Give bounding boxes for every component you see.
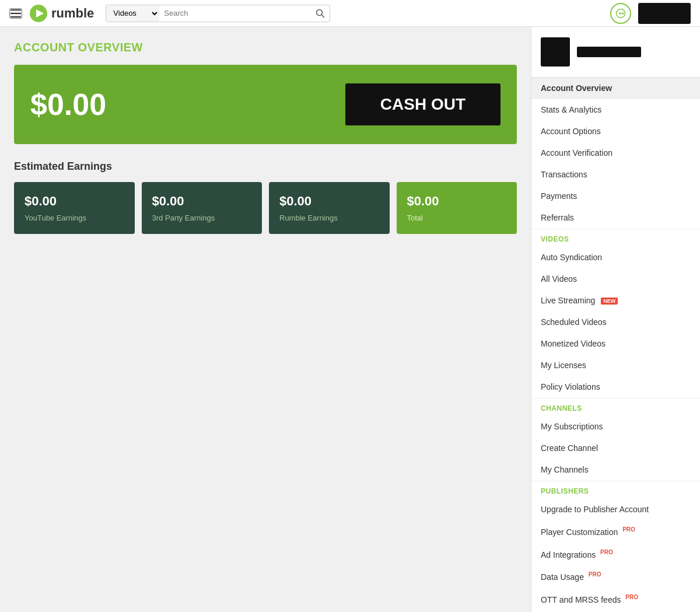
- balance-card: $0.00 CASH OUT: [14, 65, 517, 144]
- search-type-select[interactable]: Videos Channels Users: [106, 5, 159, 22]
- header-right: [610, 3, 691, 24]
- rumble-logo-icon: [29, 4, 48, 23]
- third-party-earnings-amount: $0.00: [152, 194, 252, 209]
- sidebar: Account Overview Stats & Analytics Accou…: [531, 27, 700, 612]
- svg-marker-5: [620, 12, 622, 15]
- upload-button[interactable]: [610, 3, 631, 24]
- sidebar-item-account-overview[interactable]: Account Overview: [531, 78, 700, 99]
- pro-badge-data: PRO: [589, 571, 601, 578]
- sidebar-item-all-videos[interactable]: All Videos: [531, 268, 700, 290]
- third-party-earnings-card: $0.00 3rd Party Earnings: [142, 182, 262, 234]
- svg-point-2: [317, 9, 323, 15]
- videos-section-label: VIDEOS: [531, 229, 700, 247]
- sidebar-item-auto-syndication[interactable]: Auto Syndication: [531, 247, 700, 268]
- search-button[interactable]: [311, 6, 330, 20]
- main-layout: ACCOUNT OVERVIEW $0.00 CASH OUT Estimate…: [0, 27, 700, 612]
- sidebar-item-player-customization[interactable]: Player Customization PRO: [531, 520, 700, 543]
- page-title: ACCOUNT OVERVIEW: [14, 41, 517, 54]
- sidebar-item-my-licenses[interactable]: My Licenses: [531, 355, 700, 376]
- sidebar-item-referrals[interactable]: Referrals: [531, 207, 700, 229]
- total-earnings-card: $0.00 Total: [397, 182, 517, 234]
- user-menu-button[interactable]: [638, 3, 691, 24]
- youtube-earnings-label: YouTube Earnings: [24, 214, 124, 222]
- sidebar-item-transactions[interactable]: Transactions: [531, 164, 700, 186]
- content-area: ACCOUNT OVERVIEW $0.00 CASH OUT Estimate…: [0, 27, 531, 612]
- youtube-earnings-card: $0.00 YouTube Earnings: [14, 182, 135, 234]
- sidebar-item-ott-mrss[interactable]: OTT and MRSS feeds PRO: [531, 588, 700, 611]
- sidebar-item-data-usage[interactable]: Data Usage PRO: [531, 565, 700, 588]
- sidebar-item-create-channel[interactable]: Create Channel: [531, 438, 700, 459]
- rumble-earnings-card: $0.00 Rumble Earnings: [269, 182, 390, 234]
- sidebar-nav: Account Overview Stats & Analytics Accou…: [531, 78, 700, 612]
- rumble-earnings-amount: $0.00: [279, 194, 379, 209]
- total-earnings-amount: $0.00: [407, 194, 507, 209]
- search-input[interactable]: [159, 5, 311, 22]
- sidebar-item-my-subscriptions[interactable]: My Subscriptions: [531, 416, 700, 438]
- youtube-earnings-amount: $0.00: [24, 194, 124, 209]
- sidebar-item-stats-analytics[interactable]: Stats & Analytics: [531, 99, 700, 121]
- sidebar-item-scheduled-videos[interactable]: Scheduled Videos: [531, 312, 700, 333]
- sidebar-item-upgrade-publisher[interactable]: Upgrade to Publisher Account: [531, 499, 700, 520]
- search-icon: [316, 9, 325, 18]
- sidebar-item-ad-integrations[interactable]: Ad Integrations PRO: [531, 543, 700, 566]
- balance-amount: $0.00: [30, 87, 106, 122]
- earnings-grid: $0.00 YouTube Earnings $0.00 3rd Party E…: [14, 182, 517, 234]
- svg-line-3: [322, 15, 325, 18]
- sidebar-item-live-streaming[interactable]: Live Streaming NEW: [531, 290, 700, 312]
- rumble-earnings-label: Rumble Earnings: [279, 214, 379, 222]
- cash-out-button[interactable]: CASH OUT: [345, 83, 501, 125]
- logo-text: rumble: [51, 6, 94, 21]
- estimated-earnings-title: Estimated Earnings: [14, 160, 517, 173]
- channels-section-label: CHANNELS: [531, 398, 700, 416]
- sidebar-item-account-verification[interactable]: Account Verification: [531, 142, 700, 164]
- sidebar-profile: [531, 27, 700, 78]
- hamburger-menu-button[interactable]: [9, 8, 22, 19]
- sidebar-avatar: [541, 37, 570, 67]
- sidebar-item-policy-violations[interactable]: Policy Violations: [531, 376, 700, 398]
- search-form: Videos Channels Users: [106, 5, 330, 22]
- new-badge: NEW: [601, 298, 618, 305]
- svg-rect-6: [622, 12, 624, 14]
- pro-badge-ad: PRO: [600, 549, 613, 555]
- third-party-earnings-label: 3rd Party Earnings: [152, 214, 252, 222]
- sidebar-item-payments[interactable]: Payments: [531, 186, 700, 207]
- pro-badge: PRO: [622, 526, 635, 533]
- header: rumble Videos Channels Users: [0, 0, 700, 27]
- sidebar-item-monetized-videos[interactable]: Monetized Videos: [531, 333, 700, 355]
- header-left: rumble Videos Channels Users: [9, 4, 330, 23]
- sidebar-item-account-options[interactable]: Account Options: [531, 121, 700, 142]
- upload-icon: [615, 8, 626, 19]
- sidebar-item-my-channels[interactable]: My Channels: [531, 459, 700, 481]
- publishers-section-label: PUBLISHERS: [531, 481, 700, 499]
- total-earnings-label: Total: [407, 214, 507, 222]
- pro-badge-ott: PRO: [625, 594, 638, 600]
- logo-container: rumble: [29, 4, 94, 23]
- sidebar-username: [577, 47, 641, 57]
